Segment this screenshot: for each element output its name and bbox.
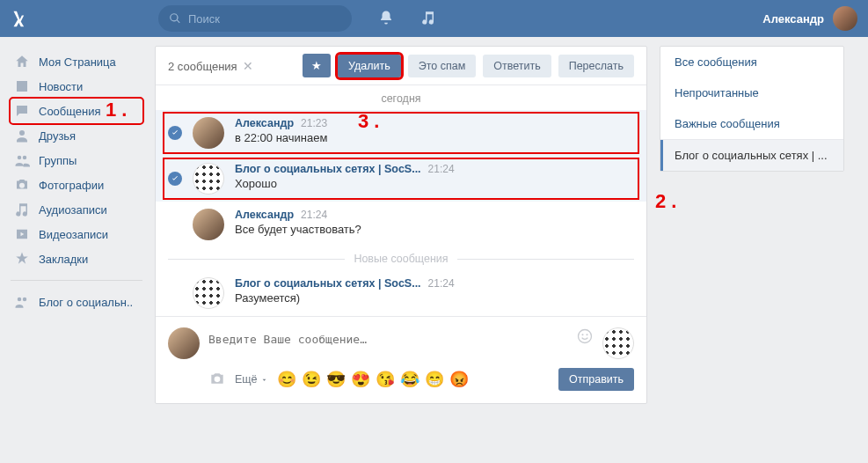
check-icon[interactable] bbox=[168, 126, 182, 140]
message-time: 21:24 bbox=[301, 209, 327, 221]
nav-blog[interactable]: Блог о социальн.. bbox=[11, 290, 142, 314]
filter-important[interactable]: Важные сообщения bbox=[660, 108, 843, 139]
conversation-toolbar: 2 сообщения✕ ★ Удалить Это спам Ответить… bbox=[156, 47, 646, 85]
recipient-avatar[interactable] bbox=[602, 327, 634, 359]
emoji[interactable]: 😘 bbox=[376, 370, 395, 389]
filter-all[interactable]: Все сообщения bbox=[660, 47, 843, 77]
svg-point-1 bbox=[582, 334, 584, 335]
camera-icon[interactable] bbox=[208, 370, 226, 390]
topbar: Александр bbox=[0, 0, 868, 37]
nav-messages[interactable]: Сообщения bbox=[11, 99, 142, 123]
left-nav: Моя Страница Новости Сообщения Друзья Гр… bbox=[11, 46, 142, 404]
message-text: Разумеется) bbox=[235, 291, 634, 305]
message-author[interactable]: Александр bbox=[235, 209, 294, 221]
conversation-panel: 2 сообщения✕ ★ Удалить Это спам Ответить… bbox=[155, 46, 647, 404]
message-row[interactable]: Александр21:24 Все будет участвовать? bbox=[156, 202, 646, 247]
forward-button[interactable]: Переслать bbox=[558, 55, 634, 77]
search-box[interactable] bbox=[158, 5, 352, 32]
message-avatar[interactable] bbox=[193, 209, 224, 240]
emoji[interactable]: 😡 bbox=[449, 370, 469, 389]
send-button[interactable]: Отправить bbox=[558, 368, 634, 391]
vk-logo[interactable] bbox=[11, 6, 35, 31]
emoji[interactable]: 😉 bbox=[302, 370, 321, 389]
new-messages-divider: Новые сообщения bbox=[156, 247, 646, 270]
emoji-row: 😊 😉 😎 😍 😘 😂 😁 😡 bbox=[277, 370, 469, 389]
message-avatar[interactable] bbox=[193, 163, 224, 195]
emoji-picker-icon[interactable] bbox=[576, 327, 594, 348]
check-icon[interactable] bbox=[168, 172, 182, 186]
music-icon[interactable] bbox=[420, 10, 436, 28]
emoji[interactable]: 😎 bbox=[326, 370, 346, 389]
nav-video[interactable]: Видеозаписи bbox=[11, 222, 142, 246]
message-avatar[interactable] bbox=[193, 117, 224, 149]
more-link[interactable]: Ещё bbox=[235, 373, 268, 386]
svg-point-0 bbox=[579, 330, 592, 343]
message-author[interactable]: Александр bbox=[235, 117, 294, 129]
message-text: Хорошо bbox=[235, 177, 634, 190]
composer: Ещё 😊 😉 😎 😍 😘 😂 😁 😡 Отправить bbox=[156, 316, 646, 403]
emoji[interactable]: 😁 bbox=[425, 370, 444, 389]
nav-bookmarks[interactable]: Закладки bbox=[11, 246, 142, 271]
current-user[interactable]: Александр bbox=[762, 6, 857, 31]
username: Александр bbox=[762, 12, 824, 26]
nav-friends[interactable]: Друзья bbox=[11, 123, 142, 148]
star-button[interactable]: ★ bbox=[303, 54, 331, 77]
message-row[interactable]: Блог о социальных сетях | SocS...21:24 Р… bbox=[156, 270, 646, 316]
message-text: Все будет участвовать? bbox=[235, 223, 634, 236]
day-label: сегодня bbox=[156, 85, 646, 110]
message-row[interactable]: Александр21:23 в 22:00 начинаем bbox=[156, 110, 646, 156]
nav-news[interactable]: Новости bbox=[11, 74, 142, 99]
message-time: 21:23 bbox=[301, 117, 327, 129]
nav-my-page[interactable]: Моя Страница bbox=[11, 49, 142, 74]
selection-count: 2 сообщения✕ bbox=[168, 59, 253, 73]
composer-avatar bbox=[168, 327, 200, 359]
filter-panel: Все сообщения Непрочитанные Важные сообщ… bbox=[660, 46, 844, 172]
emoji[interactable]: 😂 bbox=[400, 370, 419, 389]
bell-icon[interactable] bbox=[378, 10, 394, 28]
emoji[interactable]: 😊 bbox=[277, 370, 296, 389]
spam-button[interactable]: Это спам bbox=[408, 55, 477, 77]
nav-photos[interactable]: Фотографии bbox=[11, 173, 142, 197]
message-row[interactable]: Блог о социальных сетях | SocS...21:24 Х… bbox=[156, 156, 646, 202]
svg-point-2 bbox=[587, 334, 588, 335]
clear-selection-icon[interactable]: ✕ bbox=[243, 59, 253, 73]
emoji[interactable]: 😍 bbox=[351, 370, 370, 389]
search-icon bbox=[169, 12, 181, 25]
nav-groups[interactable]: Группы bbox=[11, 148, 142, 173]
top-icons bbox=[378, 10, 436, 28]
message-text: в 22:00 начинаем bbox=[235, 131, 634, 144]
nav-audio[interactable]: Аудиозаписи bbox=[11, 197, 142, 222]
message-author[interactable]: Блог о социальных сетях | SocS... bbox=[235, 163, 421, 175]
reply-button[interactable]: Ответить bbox=[483, 55, 551, 77]
message-avatar[interactable] bbox=[193, 277, 224, 309]
composer-input[interactable] bbox=[208, 327, 567, 359]
message-time: 21:24 bbox=[428, 277, 455, 290]
message-author[interactable]: Блог о социальных сетях | SocS... bbox=[235, 277, 421, 290]
message-time: 21:24 bbox=[428, 163, 455, 175]
separator bbox=[11, 280, 142, 281]
delete-button[interactable]: Удалить bbox=[338, 55, 401, 77]
filter-selected-chat[interactable]: Блог о социальных сетях | ... bbox=[660, 140, 843, 171]
search-input[interactable] bbox=[188, 12, 320, 26]
filter-unread[interactable]: Непрочитанные bbox=[660, 77, 843, 108]
avatar bbox=[833, 6, 857, 31]
